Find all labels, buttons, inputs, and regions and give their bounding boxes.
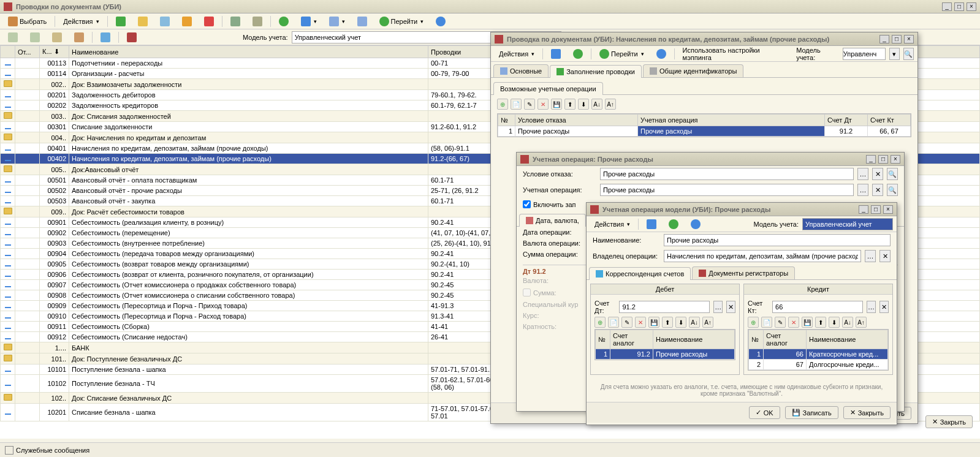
- tb2-btn4[interactable]: [70, 31, 88, 44]
- clear-filter-button[interactable]: [353, 15, 371, 28]
- col-mark[interactable]: От...: [15, 46, 40, 58]
- actions-dropdown[interactable]: Действия: [59, 16, 103, 27]
- w1-edit[interactable]: ✎: [524, 99, 535, 110]
- op-input[interactable]: [600, 184, 854, 196]
- win3-min[interactable]: _: [859, 205, 868, 214]
- include-checkbox[interactable]: [523, 200, 531, 208]
- acc-dt-sel[interactable]: …: [713, 301, 723, 313]
- move-button[interactable]: [248, 15, 267, 28]
- dt-copy[interactable]: 📄: [608, 317, 619, 328]
- acc-kt-input[interactable]: [772, 301, 863, 313]
- tab-possible-ops[interactable]: Возможные учетные операции: [493, 82, 603, 95]
- kt-down[interactable]: ⬇: [829, 317, 840, 328]
- win3-ok[interactable]: ✓ OK: [749, 406, 780, 419]
- win1-close[interactable]: ×: [904, 35, 914, 43]
- win2-max[interactable]: □: [878, 155, 888, 164]
- tb2-btn3[interactable]: [48, 31, 66, 44]
- tb2-btn1[interactable]: [4, 31, 22, 44]
- win3-actions[interactable]: Действия: [590, 219, 634, 230]
- dt-edit[interactable]: ✎: [621, 317, 632, 328]
- win1-max[interactable]: □: [892, 35, 902, 43]
- win3-owner-x[interactable]: ✕: [879, 250, 891, 262]
- dt-del[interactable]: ✕: [635, 317, 646, 328]
- acc-kt-sel[interactable]: …: [867, 301, 876, 313]
- win1-model-input[interactable]: [843, 48, 886, 60]
- dt-add[interactable]: ⊕: [594, 317, 606, 328]
- win1-min[interactable]: _: [879, 35, 889, 43]
- edit-button[interactable]: [178, 15, 196, 28]
- tab-main[interactable]: Основные: [493, 64, 549, 77]
- win2-close[interactable]: ×: [891, 155, 900, 164]
- w1-add[interactable]: ⊕: [497, 99, 508, 110]
- win1-grid-row[interactable]: 1 Прочие расходы Прочие расходы 91.2 66,…: [498, 126, 911, 137]
- outer-close-button[interactable]: ✕ Закрыть: [925, 415, 973, 428]
- kt-up[interactable]: ⬆: [815, 317, 826, 328]
- tab-date-currency[interactable]: Дата, валюта,: [519, 214, 586, 227]
- win1-use-mapping[interactable]: Использовать настройки мэппинга: [678, 45, 789, 63]
- win3-save[interactable]: 💾 Записать: [785, 406, 838, 419]
- refresh-button[interactable]: [275, 15, 293, 28]
- acc-dt-input[interactable]: [619, 301, 710, 313]
- win1-save-btn[interactable]: [547, 47, 565, 61]
- tab-corr[interactable]: Корреспонденция счетов: [589, 267, 691, 280]
- w1-up[interactable]: ⬆: [564, 99, 575, 110]
- refuse-open[interactable]: 🔍: [887, 168, 898, 180]
- credit-row[interactable]: 267Долгосрочные креди...: [749, 360, 888, 370]
- win2-min[interactable]: _: [866, 155, 876, 164]
- dt-up[interactable]: ⬆: [662, 317, 673, 328]
- maximize-button[interactable]: □: [954, 2, 964, 11]
- filter-dropdown[interactable]: [297, 15, 321, 28]
- credit-row[interactable]: 166Краткосрочные кред...: [749, 349, 888, 360]
- select-button[interactable]: Выбрать: [4, 15, 51, 28]
- win1-goto[interactable]: Перейти: [595, 47, 648, 61]
- kt-edit[interactable]: ✎: [775, 317, 786, 328]
- goto-dropdown[interactable]: Перейти: [375, 15, 428, 28]
- tab-fill[interactable]: Заполнение проводки: [550, 65, 642, 78]
- add-folder-button[interactable]: [134, 15, 152, 28]
- op-x[interactable]: ✕: [872, 184, 883, 196]
- win3-owner-input[interactable]: [664, 250, 861, 262]
- win3-refresh-tb[interactable]: [664, 217, 683, 231]
- kt-del[interactable]: ✕: [788, 317, 799, 328]
- delete-mark-button[interactable]: [200, 15, 218, 28]
- tab-docs[interactable]: Документы регистраторы: [692, 266, 795, 279]
- tb2-btn2[interactable]: [26, 31, 44, 44]
- w1-down[interactable]: ⬇: [578, 99, 589, 110]
- dt-down[interactable]: ⬇: [675, 317, 686, 328]
- tb2-btn5[interactable]: [96, 31, 115, 44]
- help-button[interactable]: [431, 15, 450, 28]
- dt-sa[interactable]: A↓: [689, 317, 700, 328]
- minimize-button[interactable]: _: [942, 2, 952, 11]
- w1-copy[interactable]: 📄: [511, 99, 522, 110]
- win3-help[interactable]: [686, 217, 705, 231]
- add-button[interactable]: [112, 15, 130, 28]
- acc-kt-x[interactable]: ✕: [879, 301, 889, 313]
- win3-max[interactable]: □: [871, 205, 881, 214]
- win1-model-open[interactable]: 🔍: [903, 48, 914, 60]
- col-code[interactable]: К... ⬇: [40, 46, 69, 58]
- sort-dropdown[interactable]: [325, 15, 349, 28]
- refuse-input[interactable]: [600, 168, 854, 180]
- hierarchy-button[interactable]: [226, 15, 245, 28]
- kt-save[interactable]: 💾: [802, 317, 813, 328]
- win3-name-input[interactable]: [664, 234, 891, 246]
- dt-save[interactable]: 💾: [648, 317, 659, 328]
- refuse-x[interactable]: ✕: [872, 168, 883, 180]
- w1-sort-asc[interactable]: A↓: [591, 99, 602, 110]
- win1-model-dropdown[interactable]: ▾: [889, 48, 900, 60]
- close-button[interactable]: ×: [967, 2, 976, 11]
- w1-del[interactable]: ✕: [537, 99, 549, 110]
- win1-actions[interactable]: Действия: [495, 48, 539, 59]
- win3-owner-sel[interactable]: …: [865, 250, 876, 262]
- w1-sort-desc[interactable]: A↑: [605, 99, 616, 110]
- debit-row[interactable]: 191.2Прочие расходы: [596, 349, 735, 360]
- dt-sd[interactable]: A↑: [702, 317, 713, 328]
- op-open[interactable]: 🔍: [887, 184, 898, 196]
- win3-close-btn[interactable]: ✕ Закрыть: [843, 406, 891, 419]
- win1-help[interactable]: [652, 47, 670, 61]
- win3-close[interactable]: ×: [883, 205, 893, 214]
- kt-copy[interactable]: 📄: [761, 317, 772, 328]
- acc-dt-x[interactable]: ✕: [726, 301, 735, 313]
- win1-refresh-btn[interactable]: [569, 47, 587, 61]
- op-clear[interactable]: …: [857, 184, 868, 196]
